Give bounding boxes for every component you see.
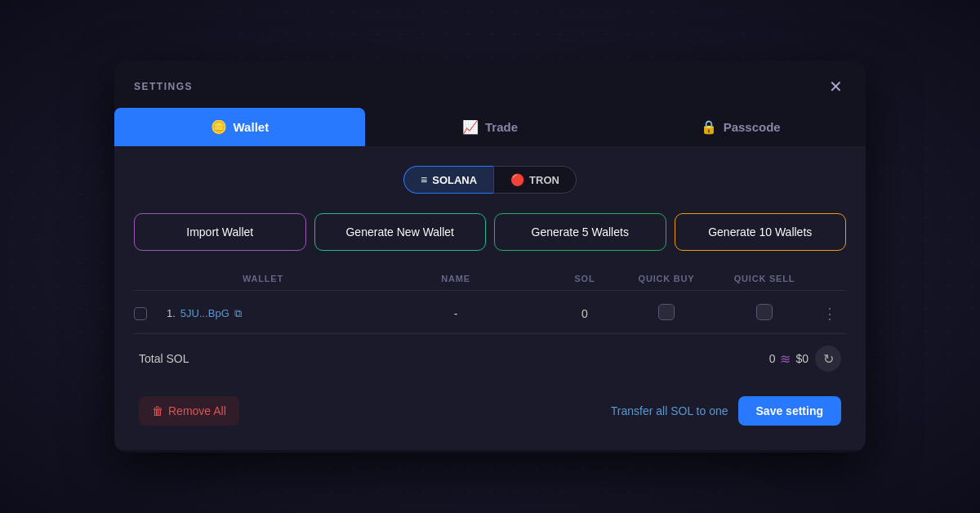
quickbuy-checkbox[interactable] bbox=[658, 304, 675, 320]
tab-bar: 🪙 Wallet 📈 Trade 🔒 Passcode bbox=[114, 108, 866, 146]
import-wallet-button[interactable]: Import Wallet bbox=[134, 213, 306, 251]
tab-trade[interactable]: 📈 Trade bbox=[365, 108, 616, 146]
col-name-header: NAME bbox=[359, 274, 552, 283]
sol-symbol-icon: ≋ bbox=[780, 351, 791, 367]
row-sol-cell: 0 bbox=[552, 307, 617, 320]
total-value: 0 ≋ $0 bbox=[769, 351, 808, 367]
save-setting-button[interactable]: Save setting bbox=[738, 396, 841, 426]
quicksell-checkbox[interactable] bbox=[756, 304, 773, 320]
table-header: WALLET NAME SOL QUICK BUY QUICK SELL bbox=[134, 267, 846, 291]
row-name-cell: - bbox=[359, 307, 552, 320]
network-switcher: ≡ SOLANA 🔴 TRON bbox=[134, 166, 846, 194]
trash-icon: 🗑 bbox=[152, 404, 163, 417]
col-quicksell-header: QUICK SELL bbox=[715, 274, 813, 283]
row-menu-cell[interactable]: ⋮ bbox=[813, 305, 846, 323]
total-usd-amount: $0 bbox=[795, 352, 808, 365]
tab-passcode-label: Passcode bbox=[724, 120, 781, 134]
total-row: Total SOL 0 ≋ $0 ↻ bbox=[134, 333, 846, 383]
network-tron-button[interactable]: 🔴 TRON bbox=[493, 166, 577, 194]
modal-title: SETTINGS bbox=[134, 81, 193, 92]
total-label: Total SOL bbox=[139, 352, 769, 365]
row-wallet-cell: 1. 5JU...BpG ⧉ bbox=[167, 307, 359, 320]
network-solana-button[interactable]: ≡ SOLANA bbox=[403, 166, 493, 194]
col-sol-header: SOL bbox=[552, 274, 617, 283]
generate-10-wallets-button[interactable]: Generate 10 Wallets bbox=[675, 213, 847, 251]
col-quickbuy-header: QUICK BUY bbox=[617, 274, 715, 283]
footer-right: Transfer all SOL to one Save setting bbox=[611, 396, 841, 426]
copy-address-icon[interactable]: ⧉ bbox=[234, 307, 242, 320]
solana-label: SOLANA bbox=[432, 174, 477, 186]
row-checkbox[interactable] bbox=[134, 307, 147, 320]
row-quickbuy-cell bbox=[617, 304, 715, 323]
modal-header: SETTINGS ✕ bbox=[114, 60, 866, 98]
generate-new-wallet-button[interactable]: Generate New Wallet bbox=[314, 213, 487, 251]
col-wallet-header: WALLET bbox=[167, 274, 359, 283]
tab-trade-label: Trade bbox=[485, 120, 518, 134]
remove-all-label: Remove All bbox=[168, 404, 226, 417]
tab-passcode[interactable]: 🔒 Passcode bbox=[615, 108, 866, 146]
row-index: 1. bbox=[167, 307, 176, 319]
tron-icon: 🔴 bbox=[510, 173, 524, 186]
wallet-tab-icon: 🪙 bbox=[211, 119, 227, 135]
trade-tab-icon: 📈 bbox=[462, 119, 479, 135]
refresh-button[interactable]: ↻ bbox=[815, 346, 841, 372]
tab-wallet[interactable]: 🪙 Wallet bbox=[114, 108, 365, 146]
tron-label: TRON bbox=[529, 174, 559, 186]
remove-all-button[interactable]: 🗑 Remove All bbox=[139, 396, 239, 426]
col-menu-header bbox=[813, 274, 846, 283]
passcode-tab-icon: 🔒 bbox=[701, 119, 717, 135]
row-quicksell-cell bbox=[715, 304, 813, 323]
close-button[interactable]: ✕ bbox=[826, 75, 846, 98]
footer-row: 🗑 Remove All Transfer all SOL to one Sav… bbox=[134, 383, 846, 430]
generate-5-wallets-button[interactable]: Generate 5 Wallets bbox=[494, 213, 666, 251]
solana-icon: ≡ bbox=[421, 173, 427, 186]
row-wallet-address: 5JU...BpG bbox=[180, 307, 229, 319]
action-buttons-group: Import Wallet Generate New Wallet Genera… bbox=[134, 213, 846, 251]
total-sol-amount: 0 bbox=[769, 352, 776, 365]
col-checkbox-header bbox=[134, 274, 167, 283]
tab-wallet-label: Wallet bbox=[234, 120, 270, 134]
settings-modal: SETTINGS ✕ 🪙 Wallet 📈 Trade 🔒 Passcode ≡… bbox=[114, 60, 866, 453]
table-row: 1. 5JU...BpG ⧉ - 0 ⋮ bbox=[134, 294, 846, 333]
row-checkbox-cell bbox=[134, 307, 167, 320]
transfer-sol-button[interactable]: Transfer all SOL to one bbox=[611, 404, 728, 417]
modal-body: ≡ SOLANA 🔴 TRON Import Wallet Generate N… bbox=[114, 146, 866, 450]
